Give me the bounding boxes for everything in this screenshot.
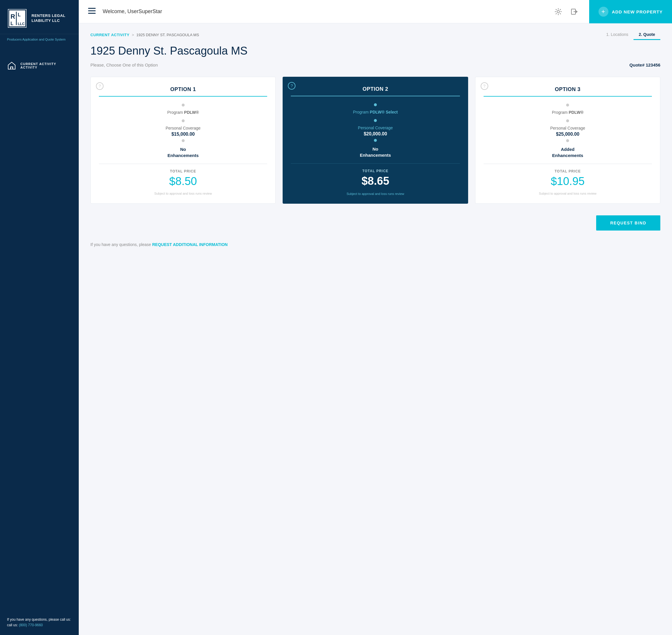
svg-rect-7: [88, 8, 96, 9]
breadcrumb-row: CURRENT ACTIVITY > 1925 DENNY ST. PASCAG…: [90, 23, 660, 45]
option-2-program-label: Program PDLW® Select: [291, 110, 460, 114]
header-icons: [553, 6, 580, 17]
settings-button[interactable]: [553, 6, 563, 17]
logout-icon: [571, 8, 578, 16]
option-3-divider2: [484, 164, 652, 164]
svg-text:L: L: [18, 12, 21, 17]
option-2-price: $8.65: [291, 175, 460, 187]
option-2-enhancements: NoEnhancements: [291, 146, 460, 158]
option-3-coverage-value: $25,000.00: [484, 132, 652, 137]
sidebar-item-label: CURRENT ACTIVITY ACTIVITY: [20, 62, 56, 69]
option-3-divider: [484, 96, 652, 96]
option-1-price: $8.50: [99, 175, 267, 188]
step-quote[interactable]: 2. Quote: [633, 30, 660, 40]
option-1-disclaimer: Subject to approval and loss runs review: [99, 192, 267, 195]
add-circle-icon: +: [599, 7, 608, 17]
quote-number-display: Quote# 123456: [629, 62, 660, 67]
company-name: RENTERS LEGAL: [31, 14, 65, 18]
option-1-program-label: Program PDLW®: [99, 110, 267, 115]
company-suffix: LIABILITY LLC: [31, 18, 65, 23]
option-3-dot3: [566, 139, 569, 142]
option-2-dot: [374, 103, 377, 106]
option-1-dot3: [182, 139, 185, 142]
breadcrumb-separator: >: [132, 33, 134, 37]
options-grid: ? OPTION 1 Program PDLW® Personal Covera…: [90, 77, 660, 204]
option-2-dot3: [374, 139, 377, 142]
svg-text:R: R: [10, 13, 15, 20]
option-1-divider2: [99, 164, 267, 164]
option-2-dot2: [374, 119, 377, 122]
rl-logo-svg: R L L LLC: [8, 9, 26, 27]
option-3-disclaimer: Subject to approval and loss runs review: [484, 192, 652, 195]
quote-meta: Please, Choose One of this Option Quote#…: [90, 62, 660, 67]
svg-text:LLC: LLC: [18, 22, 25, 26]
additional-info: If you have any questions, please REQUES…: [90, 240, 660, 247]
option-1-dot2: [182, 119, 185, 122]
option-2-price-label: TOTAL PRICE: [291, 169, 460, 173]
home-icon: [7, 61, 16, 70]
option-card-2[interactable]: ? OPTION 2 Program PDLW® Select Personal…: [283, 77, 468, 204]
request-additional-info-link[interactable]: REQUEST ADDITIONAL INFORMATION: [152, 242, 228, 247]
footer-phone[interactable]: (800) 770-9660: [19, 623, 43, 627]
option-1-price-label: TOTAL PRICE: [99, 169, 267, 173]
option-3-price: $10.95: [484, 175, 652, 188]
option-1-enhancements: NoEnhancements: [99, 146, 267, 158]
logo-box: R L L LLC: [7, 8, 27, 28]
sidebar-nav: CURRENT ACTIVITY ACTIVITY: [0, 45, 79, 610]
sidebar-tagline: Producers Application and Quote System: [0, 34, 79, 45]
option-3-dot2: [566, 119, 569, 122]
sidebar-logo-area: R L L LLC RENTERS LEGAL LIABILITY LLC: [0, 0, 79, 34]
page-title: 1925 Denny St. Pascagoula MS: [90, 45, 660, 57]
hamburger-icon: [88, 8, 96, 14]
option-2-coverage-label: Personal Coverage: [291, 126, 460, 130]
svg-rect-9: [88, 13, 96, 14]
option-2-coverage-value: $20,000.00: [291, 131, 460, 136]
option-1-coverage-value: $15,000.00: [99, 132, 267, 137]
option-card-3[interactable]: ? OPTION 3 Program PDLW® Personal Covera…: [475, 77, 660, 204]
sidebar-item-current-activity[interactable]: CURRENT ACTIVITY ACTIVITY: [0, 56, 79, 75]
option-2-program-value: PDLW® Select: [370, 110, 398, 114]
option-card-1[interactable]: ? OPTION 1 Program PDLW® Personal Covera…: [90, 77, 276, 204]
request-bind-row: REQUEST BIND: [90, 215, 660, 231]
sidebar-footer: If you have any questions, please call u…: [0, 610, 79, 635]
add-button-label: ADD NEW PROPERTY: [612, 9, 663, 14]
breadcrumb-link[interactable]: CURRENT ACTIVITY: [90, 33, 130, 37]
header: Welcome, UserSuperStar +: [79, 0, 672, 23]
breadcrumb-current: 1925 DENNY ST. PASCAGOULA MS: [136, 33, 199, 37]
option-3-title: OPTION 3: [484, 86, 652, 92]
option-1-coverage-label: Personal Coverage: [99, 126, 267, 130]
header-left: Welcome, UserSuperStar: [79, 0, 589, 23]
svg-point-10: [557, 10, 559, 13]
option-3-coverage-label: Personal Coverage: [484, 126, 652, 130]
option-3-enhancements: AddedEnhancements: [484, 146, 652, 158]
option-1-program-value: PDLW®: [184, 110, 199, 115]
option-1-dot: [182, 104, 185, 107]
option-1-title: OPTION 1: [99, 86, 267, 92]
step-locations[interactable]: 1. Locations: [601, 30, 633, 40]
option-3-help-icon[interactable]: ?: [481, 82, 488, 90]
add-new-property-button[interactable]: + ADD NEW PROPERTY: [589, 0, 672, 23]
option-2-disclaimer: Subject to approval and loss runs review: [291, 192, 460, 196]
main-area: Welcome, UserSuperStar +: [79, 0, 672, 635]
header-welcome: Welcome, UserSuperStar: [103, 8, 162, 15]
option-2-divider2: [291, 163, 460, 164]
hamburger-menu[interactable]: [88, 8, 96, 16]
svg-rect-6: [11, 67, 13, 69]
svg-rect-8: [88, 10, 96, 11]
svg-text:L: L: [10, 21, 14, 26]
request-bind-button[interactable]: REQUEST BIND: [596, 215, 660, 231]
quote-subtitle: Please, Choose One of this Option: [90, 62, 158, 67]
option-1-divider: [99, 96, 267, 96]
gear-icon: [555, 8, 562, 16]
breadcrumb: CURRENT ACTIVITY > 1925 DENNY ST. PASCAG…: [90, 33, 199, 37]
option-3-program-value: PDLW®: [569, 110, 584, 115]
sidebar: R L L LLC RENTERS LEGAL LIABILITY LLC Pr…: [0, 0, 79, 635]
quote-number-value: 123456: [646, 62, 660, 67]
option-1-help-icon[interactable]: ?: [96, 82, 104, 90]
option-3-price-label: TOTAL PRICE: [484, 169, 652, 173]
steps-nav: 1. Locations 2. Quote: [601, 30, 660, 40]
option-2-divider: [291, 96, 460, 96]
footer-text: If you have any questions, please: [90, 242, 151, 247]
logout-button[interactable]: [569, 6, 580, 17]
option-2-title: OPTION 2: [291, 86, 460, 92]
